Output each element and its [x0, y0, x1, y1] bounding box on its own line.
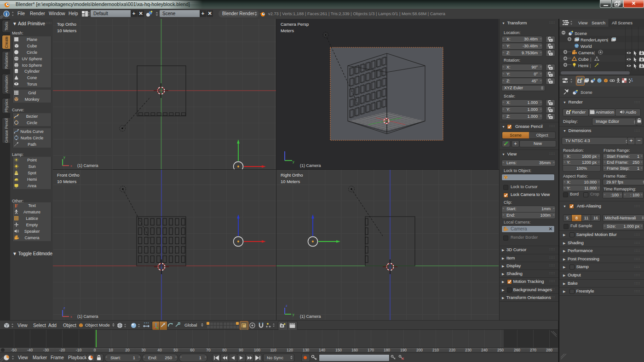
svg-text:10 Meters: 10 Meters — [57, 179, 76, 184]
svg-text:y: y — [293, 312, 294, 316]
svg-text:Top Ortho: Top Ortho — [57, 22, 76, 27]
svg-text:Right Ortho: Right Ortho — [281, 172, 303, 178]
svg-text:z: z — [286, 304, 288, 308]
svg-text:(1) Camera: (1) Camera — [77, 314, 98, 319]
svg-text:Meters: Meters — [281, 28, 294, 33]
svg-text:y: y — [293, 160, 294, 164]
svg-text:Camera Persp: Camera Persp — [281, 22, 309, 27]
svg-text:x: x — [70, 315, 72, 319]
svg-text:x: x — [70, 164, 72, 168]
svg-text:i: i — [6, 11, 7, 17]
svg-text:10 Meters: 10 Meters — [281, 179, 300, 184]
svg-text:Front Ortho: Front Ortho — [57, 172, 80, 178]
svg-text:(1) Camera: (1) Camera — [300, 163, 321, 168]
svg-text:(1) Camera: (1) Camera — [300, 314, 321, 319]
svg-text:z: z — [63, 306, 65, 310]
svg-text:y: y — [63, 155, 65, 159]
svg-text:10 Meters: 10 Meters — [57, 28, 76, 33]
svg-text:(1) Camera: (1) Camera — [77, 163, 98, 168]
svg-text:F: F — [15, 203, 18, 208]
